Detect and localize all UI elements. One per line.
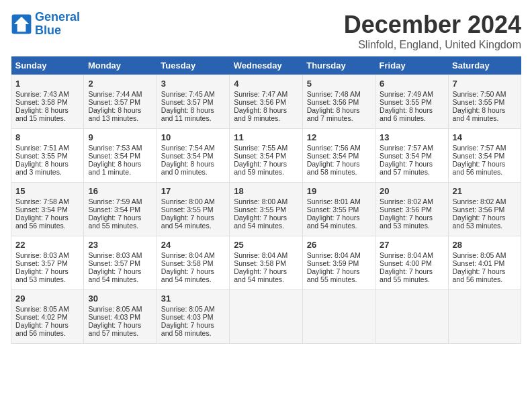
- sunrise: Sunrise: 7:55 AM: [234, 144, 287, 152]
- sunset: Sunset: 3:59 PM: [307, 259, 359, 267]
- day-cell: 14Sunrise: 7:57 AMSunset: 3:54 PMDayligh…: [448, 129, 521, 183]
- sunset: Sunset: 3:56 PM: [453, 205, 505, 214]
- sunset: Sunset: 3:54 PM: [453, 152, 505, 160]
- week-row-1: 1Sunrise: 7:43 AMSunset: 3:58 PMDaylight…: [11, 75, 521, 129]
- daylight-label: Daylight: 8 hours and 11 minutes.: [161, 106, 214, 122]
- sunrise: Sunrise: 8:01 AM: [307, 197, 361, 205]
- day-cell: 15Sunrise: 7:58 AMSunset: 3:54 PMDayligh…: [11, 183, 84, 236]
- day-cell: 27Sunrise: 8:04 AMSunset: 4:00 PMDayligh…: [375, 236, 448, 290]
- header-cell-monday: Monday: [84, 56, 157, 75]
- sunset: Sunset: 3:57 PM: [15, 259, 68, 267]
- day-cell: 6Sunrise: 7:49 AMSunset: 3:55 PMDaylight…: [375, 75, 448, 129]
- daylight-label: Daylight: 8 hours and 9 minutes.: [234, 106, 287, 122]
- sunrise: Sunrise: 7:59 AM: [88, 197, 142, 205]
- sunrise: Sunrise: 7:57 AM: [453, 144, 506, 152]
- sunrise: Sunrise: 8:02 AM: [380, 197, 433, 205]
- sunrise: Sunrise: 8:03 AM: [88, 251, 142, 259]
- sunset: Sunset: 3:54 PM: [88, 152, 140, 160]
- daylight-label: Daylight: 7 hours and 56 minutes.: [453, 267, 506, 283]
- day-number: 27: [380, 240, 443, 250]
- logo-icon: [11, 13, 32, 35]
- daylight-label: Daylight: 8 hours and 7 minutes.: [307, 106, 360, 122]
- daylight-label: Daylight: 7 hours and 55 minutes.: [380, 267, 433, 283]
- daylight-label: Daylight: 7 hours and 55 minutes.: [88, 214, 141, 230]
- sunrise: Sunrise: 8:05 AM: [453, 251, 506, 259]
- sunset: Sunset: 3:55 PM: [307, 205, 359, 214]
- daylight-label: Daylight: 7 hours and 54 minutes.: [234, 214, 287, 230]
- sunrise: Sunrise: 7:53 AM: [88, 144, 142, 152]
- sunrise: Sunrise: 8:02 AM: [453, 197, 506, 205]
- day-cell: 24Sunrise: 8:04 AMSunset: 3:58 PMDayligh…: [157, 236, 229, 290]
- sunset: Sunset: 3:57 PM: [161, 98, 214, 106]
- sunset: Sunset: 3:54 PM: [161, 152, 214, 160]
- day-number: 30: [88, 293, 152, 304]
- day-cell: 11Sunrise: 7:55 AMSunset: 3:54 PMDayligh…: [230, 129, 302, 183]
- title-area: December 2024 Slinfold, England, United …: [344, 11, 521, 51]
- daylight-label: Daylight: 7 hours and 53 minutes.: [15, 267, 69, 283]
- location: Slinfold, England, United Kingdom: [344, 39, 521, 51]
- logo-line2: Blue: [35, 24, 80, 38]
- day-number: 18: [234, 186, 298, 196]
- daylight-label: Daylight: 7 hours and 56 minutes.: [453, 160, 506, 176]
- daylight-label: Daylight: 7 hours and 57 minutes.: [380, 160, 433, 176]
- day-cell: [230, 290, 302, 344]
- sunset: Sunset: 3:55 PM: [234, 205, 286, 214]
- sunrise: Sunrise: 8:04 AM: [380, 251, 433, 259]
- header-cell-saturday: Saturday: [448, 56, 521, 75]
- sunset: Sunset: 3:58 PM: [234, 259, 286, 267]
- daylight-label: Daylight: 7 hours and 56 minutes.: [15, 321, 69, 337]
- header-cell-tuesday: Tuesday: [157, 56, 229, 75]
- day-number: 3: [161, 79, 225, 89]
- sunrise: Sunrise: 8:05 AM: [15, 305, 69, 313]
- day-number: 31: [161, 293, 225, 304]
- daylight-label: Daylight: 8 hours and 4 minutes.: [453, 106, 506, 122]
- header-cell-sunday: Sunday: [11, 56, 84, 75]
- day-cell: 2Sunrise: 7:44 AMSunset: 3:57 PMDaylight…: [84, 75, 157, 129]
- day-number: 29: [15, 293, 79, 304]
- week-row-2: 8Sunrise: 7:51 AMSunset: 3:55 PMDaylight…: [11, 129, 521, 183]
- day-cell: 17Sunrise: 8:00 AMSunset: 3:55 PMDayligh…: [157, 183, 229, 236]
- day-cell: 23Sunrise: 8:03 AMSunset: 3:57 PMDayligh…: [84, 236, 157, 290]
- day-number: 16: [88, 186, 152, 196]
- daylight-label: Daylight: 7 hours and 53 minutes.: [453, 214, 506, 230]
- day-number: 4: [234, 79, 298, 89]
- daylight-label: Daylight: 8 hours and 6 minutes.: [380, 106, 433, 122]
- day-number: 8: [15, 132, 79, 142]
- day-cell: 16Sunrise: 7:59 AMSunset: 3:54 PMDayligh…: [84, 183, 157, 236]
- day-cell: 19Sunrise: 8:01 AMSunset: 3:55 PMDayligh…: [302, 183, 375, 236]
- day-number: 28: [453, 240, 517, 250]
- day-number: 10: [161, 132, 225, 142]
- sunrise: Sunrise: 7:45 AM: [161, 90, 215, 98]
- daylight-label: Daylight: 8 hours and 0 minutes.: [161, 160, 214, 176]
- day-number: 24: [161, 240, 225, 250]
- day-number: 5: [307, 79, 371, 89]
- sunset: Sunset: 4:01 PM: [453, 259, 505, 267]
- sunrise: Sunrise: 8:04 AM: [307, 251, 361, 259]
- day-cell: 1Sunrise: 7:43 AMSunset: 3:58 PMDaylight…: [11, 75, 84, 129]
- sunset: Sunset: 3:58 PM: [15, 98, 68, 106]
- sunset: Sunset: 3:57 PM: [88, 259, 140, 267]
- day-cell: 8Sunrise: 7:51 AMSunset: 3:55 PMDaylight…: [11, 129, 84, 183]
- week-row-4: 22Sunrise: 8:03 AMSunset: 3:57 PMDayligh…: [11, 236, 521, 290]
- sunrise: Sunrise: 7:51 AM: [15, 144, 69, 152]
- day-cell: 4Sunrise: 7:47 AMSunset: 3:56 PMDaylight…: [230, 75, 302, 129]
- day-cell: 7Sunrise: 7:50 AMSunset: 3:55 PMDaylight…: [448, 75, 521, 129]
- sunset: Sunset: 4:03 PM: [88, 313, 140, 321]
- day-cell: 9Sunrise: 7:53 AMSunset: 3:54 PMDaylight…: [84, 129, 157, 183]
- sunrise: Sunrise: 7:44 AM: [88, 90, 142, 98]
- day-cell: 20Sunrise: 8:02 AMSunset: 3:56 PMDayligh…: [375, 183, 448, 236]
- daylight-label: Daylight: 7 hours and 54 minutes.: [161, 214, 214, 230]
- calendar-table: SundayMondayTuesdayWednesdayThursdayFrid…: [11, 56, 521, 344]
- sunrise: Sunrise: 8:04 AM: [234, 251, 287, 259]
- day-cell: 22Sunrise: 8:03 AMSunset: 3:57 PMDayligh…: [11, 236, 84, 290]
- sunrise: Sunrise: 7:56 AM: [307, 144, 361, 152]
- sunrise: Sunrise: 8:04 AM: [161, 251, 215, 259]
- day-cell: 3Sunrise: 7:45 AMSunset: 3:57 PMDaylight…: [157, 75, 229, 129]
- sunset: Sunset: 3:54 PM: [307, 152, 359, 160]
- daylight-label: Daylight: 7 hours and 53 minutes.: [380, 214, 433, 230]
- header-row: SundayMondayTuesdayWednesdayThursdayFrid…: [11, 56, 521, 75]
- day-number: 25: [234, 240, 298, 250]
- sunset: Sunset: 3:56 PM: [380, 205, 432, 214]
- sunrise: Sunrise: 7:47 AM: [234, 90, 287, 98]
- week-row-3: 15Sunrise: 7:58 AMSunset: 3:54 PMDayligh…: [11, 183, 521, 236]
